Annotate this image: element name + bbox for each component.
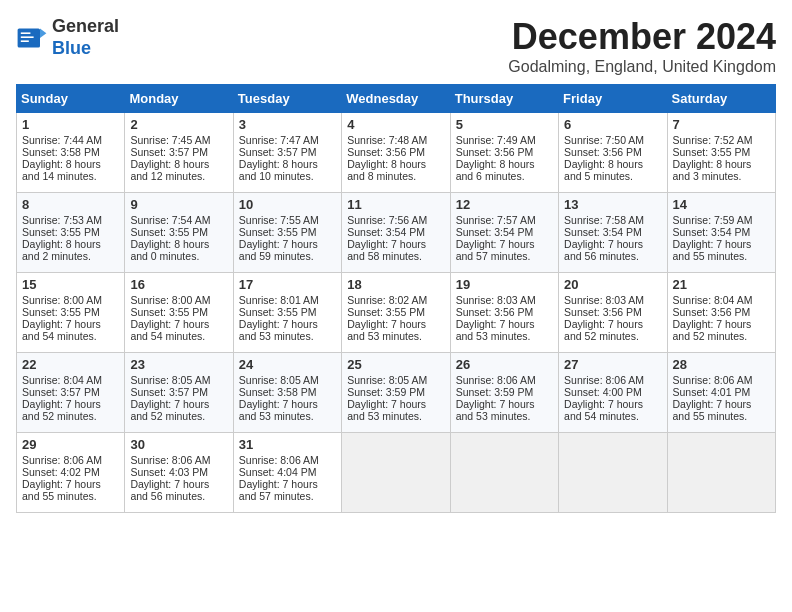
day-number: 23 <box>130 357 227 372</box>
calendar-cell: 6Sunrise: 7:50 AMSunset: 3:56 PMDaylight… <box>559 113 667 193</box>
week-row-1: 1Sunrise: 7:44 AMSunset: 3:58 PMDaylight… <box>17 113 776 193</box>
calendar-cell: 1Sunrise: 7:44 AMSunset: 3:58 PMDaylight… <box>17 113 125 193</box>
sunrise-text: Sunrise: 8:05 AM <box>130 374 210 386</box>
day-number: 22 <box>22 357 119 372</box>
daylight-label: Daylight: 8 hours and 6 minutes. <box>456 158 535 182</box>
location-title: Godalming, England, United Kingdom <box>508 58 776 76</box>
day-number: 1 <box>22 117 119 132</box>
sunset-text: Sunset: 4:01 PM <box>673 386 751 398</box>
day-number: 10 <box>239 197 336 212</box>
sunrise-text: Sunrise: 8:00 AM <box>22 294 102 306</box>
sunset-text: Sunset: 3:58 PM <box>239 386 317 398</box>
calendar-cell: 21Sunrise: 8:04 AMSunset: 3:56 PMDayligh… <box>667 273 775 353</box>
svg-rect-4 <box>21 40 29 42</box>
calendar-cell: 2Sunrise: 7:45 AMSunset: 3:57 PMDaylight… <box>125 113 233 193</box>
sunrise-text: Sunrise: 7:56 AM <box>347 214 427 226</box>
day-number: 25 <box>347 357 444 372</box>
svg-rect-3 <box>21 36 34 38</box>
daylight-label: Daylight: 7 hours and 55 minutes. <box>673 398 752 422</box>
daylight-label: Daylight: 7 hours and 53 minutes. <box>239 398 318 422</box>
sunrise-text: Sunrise: 8:06 AM <box>564 374 644 386</box>
daylight-label: Daylight: 7 hours and 55 minutes. <box>22 478 101 502</box>
day-number: 13 <box>564 197 661 212</box>
sunrise-text: Sunrise: 8:02 AM <box>347 294 427 306</box>
sunrise-text: Sunrise: 7:50 AM <box>564 134 644 146</box>
sunrise-text: Sunrise: 7:48 AM <box>347 134 427 146</box>
daylight-label: Daylight: 7 hours and 59 minutes. <box>239 238 318 262</box>
calendar-cell: 8Sunrise: 7:53 AMSunset: 3:55 PMDaylight… <box>17 193 125 273</box>
day-number: 11 <box>347 197 444 212</box>
calendar-cell: 29Sunrise: 8:06 AMSunset: 4:02 PMDayligh… <box>17 433 125 513</box>
logo-icon <box>16 22 48 54</box>
calendar-cell: 27Sunrise: 8:06 AMSunset: 4:00 PMDayligh… <box>559 353 667 433</box>
svg-rect-2 <box>21 32 31 34</box>
sunset-text: Sunset: 3:57 PM <box>130 386 208 398</box>
calendar-cell: 11Sunrise: 7:56 AMSunset: 3:54 PMDayligh… <box>342 193 450 273</box>
sunrise-text: Sunrise: 8:01 AM <box>239 294 319 306</box>
day-number: 9 <box>130 197 227 212</box>
calendar-cell: 17Sunrise: 8:01 AMSunset: 3:55 PMDayligh… <box>233 273 341 353</box>
sunset-text: Sunset: 3:59 PM <box>347 386 425 398</box>
weekday-header-tuesday: Tuesday <box>233 85 341 113</box>
sunrise-text: Sunrise: 8:06 AM <box>22 454 102 466</box>
daylight-label: Daylight: 8 hours and 8 minutes. <box>347 158 426 182</box>
day-number: 16 <box>130 277 227 292</box>
sunrise-text: Sunrise: 7:45 AM <box>130 134 210 146</box>
calendar-cell: 14Sunrise: 7:59 AMSunset: 3:54 PMDayligh… <box>667 193 775 273</box>
calendar-cell: 13Sunrise: 7:58 AMSunset: 3:54 PMDayligh… <box>559 193 667 273</box>
daylight-label: Daylight: 8 hours and 5 minutes. <box>564 158 643 182</box>
daylight-label: Daylight: 7 hours and 58 minutes. <box>347 238 426 262</box>
sunrise-text: Sunrise: 7:54 AM <box>130 214 210 226</box>
calendar-cell: 12Sunrise: 7:57 AMSunset: 3:54 PMDayligh… <box>450 193 558 273</box>
day-number: 21 <box>673 277 770 292</box>
sunset-text: Sunset: 4:00 PM <box>564 386 642 398</box>
daylight-label: Daylight: 7 hours and 54 minutes. <box>564 398 643 422</box>
sunrise-text: Sunrise: 8:05 AM <box>347 374 427 386</box>
weekday-header-row: SundayMondayTuesdayWednesdayThursdayFrid… <box>17 85 776 113</box>
sunset-text: Sunset: 3:55 PM <box>22 226 100 238</box>
calendar-cell: 20Sunrise: 8:03 AMSunset: 3:56 PMDayligh… <box>559 273 667 353</box>
sunset-text: Sunset: 3:56 PM <box>347 146 425 158</box>
day-number: 19 <box>456 277 553 292</box>
week-row-2: 8Sunrise: 7:53 AMSunset: 3:55 PMDaylight… <box>17 193 776 273</box>
day-number: 30 <box>130 437 227 452</box>
sunset-text: Sunset: 4:02 PM <box>22 466 100 478</box>
day-number: 3 <box>239 117 336 132</box>
sunset-text: Sunset: 3:56 PM <box>456 146 534 158</box>
weekday-header-wednesday: Wednesday <box>342 85 450 113</box>
sunrise-text: Sunrise: 8:05 AM <box>239 374 319 386</box>
logo-line1: General <box>52 16 119 38</box>
calendar-cell <box>667 433 775 513</box>
day-number: 15 <box>22 277 119 292</box>
sunrise-text: Sunrise: 7:44 AM <box>22 134 102 146</box>
calendar-cell: 7Sunrise: 7:52 AMSunset: 3:55 PMDaylight… <box>667 113 775 193</box>
day-number: 4 <box>347 117 444 132</box>
day-number: 26 <box>456 357 553 372</box>
sunset-text: Sunset: 3:57 PM <box>22 386 100 398</box>
sunset-text: Sunset: 3:55 PM <box>22 306 100 318</box>
daylight-label: Daylight: 8 hours and 0 minutes. <box>130 238 209 262</box>
week-row-3: 15Sunrise: 8:00 AMSunset: 3:55 PMDayligh… <box>17 273 776 353</box>
calendar-cell: 22Sunrise: 8:04 AMSunset: 3:57 PMDayligh… <box>17 353 125 433</box>
day-number: 2 <box>130 117 227 132</box>
sunset-text: Sunset: 3:56 PM <box>456 306 534 318</box>
calendar-cell: 16Sunrise: 8:00 AMSunset: 3:55 PMDayligh… <box>125 273 233 353</box>
sunset-text: Sunset: 4:03 PM <box>130 466 208 478</box>
daylight-label: Daylight: 7 hours and 52 minutes. <box>673 318 752 342</box>
svg-marker-1 <box>40 28 46 38</box>
sunset-text: Sunset: 4:04 PM <box>239 466 317 478</box>
day-number: 12 <box>456 197 553 212</box>
calendar-cell: 4Sunrise: 7:48 AMSunset: 3:56 PMDaylight… <box>342 113 450 193</box>
sunset-text: Sunset: 3:57 PM <box>130 146 208 158</box>
sunset-text: Sunset: 3:55 PM <box>130 226 208 238</box>
daylight-label: Daylight: 7 hours and 52 minutes. <box>130 398 209 422</box>
sunrise-text: Sunrise: 7:53 AM <box>22 214 102 226</box>
day-number: 17 <box>239 277 336 292</box>
sunset-text: Sunset: 3:54 PM <box>673 226 751 238</box>
calendar-cell: 23Sunrise: 8:05 AMSunset: 3:57 PMDayligh… <box>125 353 233 433</box>
sunset-text: Sunset: 3:56 PM <box>564 306 642 318</box>
daylight-label: Daylight: 8 hours and 10 minutes. <box>239 158 318 182</box>
day-number: 27 <box>564 357 661 372</box>
sunrise-text: Sunrise: 7:55 AM <box>239 214 319 226</box>
daylight-label: Daylight: 8 hours and 12 minutes. <box>130 158 209 182</box>
